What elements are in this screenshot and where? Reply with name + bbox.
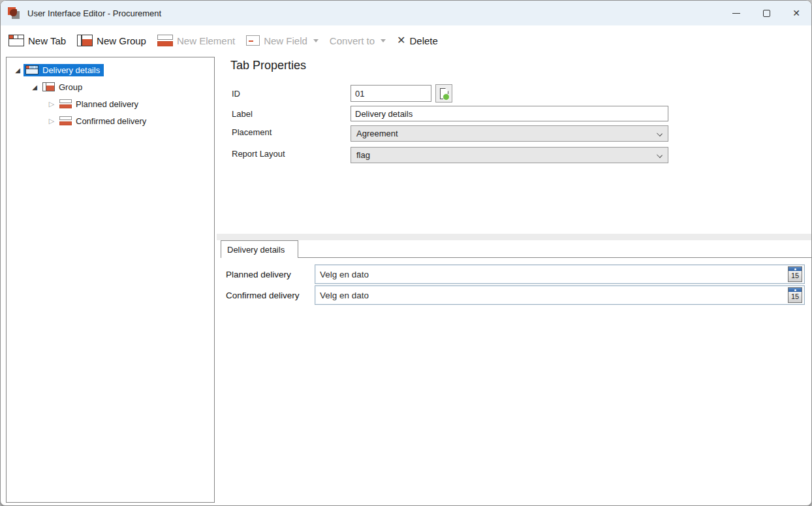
element-node-icon: [59, 99, 72, 108]
tree-item-planned-delivery[interactable]: ▷ Planned delivery: [7, 95, 214, 112]
tree-item-group[interactable]: ◢ Group: [7, 78, 214, 95]
tree-item-delivery-details[interactable]: ◢ Delivery details: [7, 61, 214, 78]
maximize-button[interactable]: [751, 1, 781, 25]
id-field-label: ID: [232, 89, 240, 99]
calendar-icon: [789, 267, 802, 271]
new-element-label: New Element: [177, 35, 235, 46]
planned-delivery-date-field[interactable]: Velg en dato 15: [315, 264, 805, 284]
convert-to-button[interactable]: Convert to: [330, 35, 386, 46]
app-window: User Interface Editor - Procurement ✕ Ne…: [0, 0, 812, 506]
new-tab-button[interactable]: New Tab: [8, 35, 66, 46]
group-node-icon: [42, 82, 55, 91]
window-title: User Interface Editor - Procurement: [27, 8, 161, 18]
app-icon: [8, 7, 20, 19]
new-tab-icon: [8, 35, 24, 46]
chevron-down-icon: [657, 131, 663, 136]
label-input[interactable]: [351, 106, 668, 121]
calendar-day-number: 15: [791, 272, 799, 279]
tree-item-label: Planned delivery: [76, 99, 138, 109]
tree-item-confirmed-delivery[interactable]: ▷ Confirmed delivery: [7, 112, 214, 129]
report-layout-field-label: Report Layout: [232, 149, 285, 159]
delete-icon: ✕: [397, 35, 405, 46]
placement-selected-value: Agreement: [356, 129, 398, 138]
delete-button[interactable]: ✕ Delete: [397, 35, 438, 46]
calendar-picker-button[interactable]: 15: [788, 287, 802, 303]
tree-node[interactable]: Group: [40, 81, 86, 93]
generate-id-button[interactable]: [435, 84, 452, 103]
tree-item-label: Confirmed delivery: [76, 116, 146, 126]
date-placeholder: Velg en dato: [320, 291, 369, 300]
new-field-icon: [246, 35, 260, 46]
confirmed-delivery-date-field[interactable]: Velg en dato 15: [315, 285, 805, 305]
tab-node-icon: [25, 65, 39, 74]
document-refresh-icon: [440, 88, 448, 99]
tree-node[interactable]: Planned delivery: [57, 98, 142, 110]
calendar-icon: [789, 288, 802, 292]
expander-expanded-icon[interactable]: ◢: [12, 67, 23, 74]
id-input[interactable]: [351, 85, 431, 102]
convert-to-label: Convert to: [330, 35, 375, 46]
expander-collapsed-icon[interactable]: ▷: [46, 117, 57, 125]
preview-tab-label: Delivery details: [227, 245, 285, 255]
tree-item-label: Delivery details: [42, 65, 100, 75]
close-button[interactable]: ✕: [781, 1, 811, 25]
preview-tab-delivery-details[interactable]: Delivery details: [221, 240, 298, 258]
new-tab-label: New Tab: [28, 35, 66, 46]
properties-heading: Tab Properties: [230, 59, 306, 72]
element-node-icon: [59, 116, 72, 125]
tree-node[interactable]: Confirmed delivery: [57, 115, 150, 127]
new-group-label: New Group: [97, 35, 146, 46]
minimize-button[interactable]: [721, 1, 751, 25]
new-group-button[interactable]: New Group: [77, 35, 146, 46]
chevron-down-icon: [657, 152, 663, 158]
expander-expanded-icon[interactable]: ◢: [29, 84, 40, 91]
label-field-label: Label: [232, 109, 253, 119]
placement-field-label: Placement: [232, 127, 272, 137]
calendar-picker-button[interactable]: 15: [788, 266, 802, 282]
close-icon: ✕: [792, 8, 800, 18]
new-group-icon: [77, 35, 93, 46]
calendar-day-number: 15: [791, 293, 799, 300]
structure-tree-panel: ◢ Delivery details ◢ Group ▷ Planned del…: [6, 57, 215, 503]
date-placeholder: Velg en dato: [320, 270, 369, 279]
new-element-icon: [157, 35, 173, 46]
minimize-icon: [732, 13, 740, 14]
confirmed-delivery-label: Confirmed delivery: [226, 285, 300, 305]
placement-select[interactable]: Agreement: [351, 125, 668, 142]
tree-node-selected[interactable]: Delivery details: [23, 64, 104, 76]
convert-to-dropdown-arrow-icon: [381, 39, 386, 42]
maximize-icon: [763, 10, 770, 17]
report-layout-selected-value: flag: [356, 150, 370, 160]
tree-item-label: Group: [59, 82, 82, 92]
horizontal-splitter[interactable]: [217, 234, 812, 240]
new-field-button[interactable]: New Field: [246, 35, 319, 46]
expander-collapsed-icon[interactable]: ▷: [46, 100, 57, 108]
title-bar: User Interface Editor - Procurement ✕: [1, 1, 811, 25]
new-field-dropdown-arrow-icon: [313, 39, 319, 42]
preview-tabstrip-line: [221, 257, 812, 258]
report-layout-select[interactable]: flag: [351, 147, 668, 163]
delete-label: Delete: [409, 35, 437, 46]
planned-delivery-label: Planned delivery: [226, 264, 291, 284]
toolbar: New Tab New Group New Element New Field …: [1, 25, 811, 55]
new-field-label: New Field: [264, 35, 307, 46]
new-element-button[interactable]: New Element: [157, 35, 235, 46]
